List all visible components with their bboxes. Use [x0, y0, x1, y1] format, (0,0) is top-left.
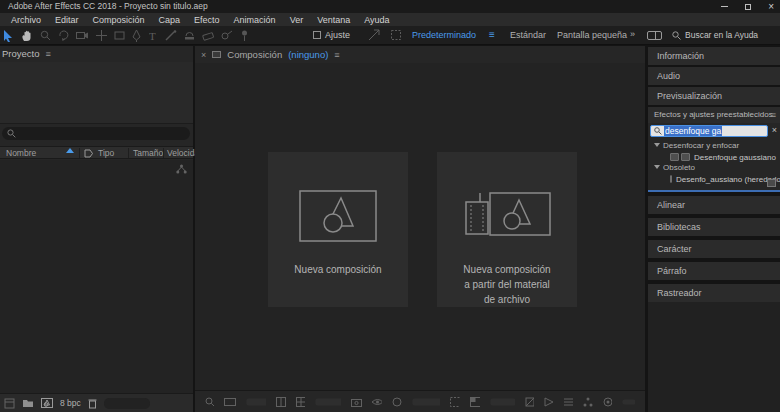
clear-search-icon[interactable]: ×: [772, 125, 777, 135]
new-composition-card[interactable]: Nueva composición: [268, 152, 408, 307]
column-tipo[interactable]: Tipo: [98, 148, 114, 158]
show-snapshot-icon[interactable]: [372, 397, 382, 407]
new-composition-icon[interactable]: [41, 398, 53, 408]
menu-animacion[interactable]: Animación: [227, 15, 283, 25]
panel-parrafo[interactable]: Párrafo: [648, 262, 780, 280]
minimize-icon[interactable]: [721, 6, 728, 7]
snap-checkbox[interactable]: [313, 31, 321, 39]
workspace-pantalla-pequena[interactable]: Pantalla pequeña: [557, 30, 627, 40]
effects-group-obsoleto[interactable]: Obsoleto: [648, 163, 780, 173]
title-bar: Adobe After Effects CC 2018 - Proyecto s…: [0, 0, 780, 13]
composition-panel-menu-icon[interactable]: ≡: [334, 50, 339, 60]
effects-panel-menu-icon[interactable]: ≡: [771, 107, 776, 123]
reset-exposure-icon[interactable]: [603, 397, 612, 407]
shape-tool-icon[interactable]: [114, 30, 125, 41]
project-tab[interactable]: Proyecto ≡: [2, 48, 51, 59]
interpret-footage-icon[interactable]: [4, 398, 15, 409]
workspace-overflow-icon[interactable]: »: [630, 29, 636, 39]
safe-areas-icon[interactable]: [276, 397, 285, 407]
exposure-value-icon[interactable]: [622, 397, 635, 407]
camera-tool-icon[interactable]: [76, 30, 89, 41]
workspace-predeterminado[interactable]: Predeterminado: [412, 30, 476, 40]
selection-tool-icon[interactable]: [3, 30, 14, 42]
effects-panel-header[interactable]: Efectos y ajustes preestablecidos ≡: [648, 107, 780, 123]
composition-tab[interactable]: × Composición (ninguno) ≡: [195, 46, 645, 63]
roi-icon[interactable]: [450, 397, 460, 407]
effect-gpu-badge-icon: [681, 153, 690, 161]
timeline-icon[interactable]: [564, 397, 573, 407]
brush-tool-icon[interactable]: [165, 30, 177, 41]
menu-ayuda[interactable]: Ayuda: [357, 15, 396, 25]
snap-control[interactable]: Ajuste: [313, 30, 350, 40]
project-search-input[interactable]: [2, 127, 190, 140]
effect-item-desenfoque-gaussiano[interactable]: Desenfoque gaussiano: [648, 152, 780, 162]
effects-group-desenfocar[interactable]: Desenfocar y enfocar: [648, 141, 780, 151]
after-effects-window: Adobe After Effects CC 2018 - Proyecto s…: [0, 0, 780, 412]
grid-icon[interactable]: [296, 397, 305, 407]
workspace-estandar[interactable]: Estándar: [510, 30, 546, 40]
project-item-list[interactable]: [0, 160, 193, 393]
color-depth-label[interactable]: 8 bpc: [60, 398, 81, 408]
new-composition-from-footage-card[interactable]: Nueva composición a partir del material …: [437, 152, 577, 307]
transparency-grid-icon[interactable]: [470, 397, 480, 407]
panel-previsualizacion[interactable]: Previsualización: [648, 87, 780, 105]
help-search[interactable]: Buscar en la Ayuda: [672, 30, 758, 40]
panel-audio[interactable]: Audio: [648, 67, 780, 85]
composition-tab-state[interactable]: (ninguno): [288, 49, 328, 60]
orbit-tool-icon[interactable]: [58, 30, 69, 41]
effects-search-value: desenfoque ga: [664, 126, 722, 136]
workspace-switch-icon[interactable]: [647, 31, 662, 40]
create-preset-icon[interactable]: [767, 179, 776, 187]
new-folder-icon[interactable]: [22, 398, 34, 408]
menu-capa[interactable]: Capa: [152, 15, 188, 25]
panel-caracter[interactable]: Carácter: [648, 240, 780, 258]
magnification-icon[interactable]: [224, 397, 235, 407]
collapse-triangle-icon[interactable]: [654, 143, 660, 147]
collapse-triangle-icon[interactable]: [654, 165, 660, 169]
zoom-ratio-dropdown[interactable]: [246, 397, 267, 407]
pan-behind-tool-icon[interactable]: [96, 30, 107, 41]
workspace-menu-icon[interactable]: ≡: [489, 29, 495, 40]
project-panel-menu-icon[interactable]: ≡: [46, 49, 51, 59]
fast-previews-icon[interactable]: [544, 397, 553, 407]
panel-informacion[interactable]: Información: [648, 47, 780, 65]
menu-archivo[interactable]: Archivo: [4, 15, 48, 25]
puppet-pin-tool-icon[interactable]: [240, 30, 249, 42]
sort-ascending-icon[interactable]: [66, 148, 74, 153]
channels-icon[interactable]: [392, 397, 401, 407]
panel-rastreador[interactable]: Rastreador: [648, 284, 780, 302]
hand-tool-icon[interactable]: [21, 30, 33, 42]
always-preview-icon[interactable]: [205, 397, 214, 407]
pen-tool-icon[interactable]: [132, 30, 141, 42]
close-icon[interactable]: ×: [768, 0, 774, 13]
eraser-tool-icon[interactable]: [202, 31, 214, 41]
view-dropdown[interactable]: [490, 397, 514, 407]
share-screen-icon[interactable]: [368, 29, 380, 41]
snapshot-icon[interactable]: [351, 397, 361, 407]
effects-search-input[interactable]: desenfoque ga: [650, 125, 768, 137]
maximize-icon[interactable]: [745, 4, 751, 10]
menu-composicion[interactable]: Composición: [86, 15, 152, 25]
menu-editar[interactable]: Editar: [48, 15, 86, 25]
flowchart-icon[interactable]: [176, 164, 187, 174]
panel-bibliotecas[interactable]: Bibliotecas: [648, 218, 780, 236]
trash-icon[interactable]: [88, 398, 97, 409]
flowchart-mini-icon[interactable]: [583, 397, 592, 407]
tag-icon[interactable]: [84, 149, 93, 158]
mask-visibility-dropdown[interactable]: [315, 397, 341, 407]
clone-stamp-tool-icon[interactable]: [184, 30, 195, 41]
close-tab-icon[interactable]: ×: [201, 50, 206, 60]
pixel-aspect-icon[interactable]: [525, 397, 534, 407]
zoom-tool-icon[interactable]: [40, 30, 51, 41]
resolution-dropdown[interactable]: [412, 397, 440, 407]
menu-efecto[interactable]: Efecto: [187, 15, 227, 25]
roto-brush-tool-icon[interactable]: [221, 30, 233, 41]
mask-options-icon[interactable]: [390, 29, 402, 41]
panel-alinear[interactable]: Alinear: [648, 196, 780, 214]
effect-item-desenfoque-heredado[interactable]: Desenfo_aussiano (heredado): [648, 174, 780, 184]
menu-ventana[interactable]: Ventana: [310, 15, 357, 25]
text-tool-icon[interactable]: T: [148, 30, 158, 42]
column-tamano[interactable]: Tamaño: [133, 148, 163, 158]
menu-ver[interactable]: Ver: [283, 15, 311, 25]
column-nombre[interactable]: Nombre: [6, 148, 36, 158]
